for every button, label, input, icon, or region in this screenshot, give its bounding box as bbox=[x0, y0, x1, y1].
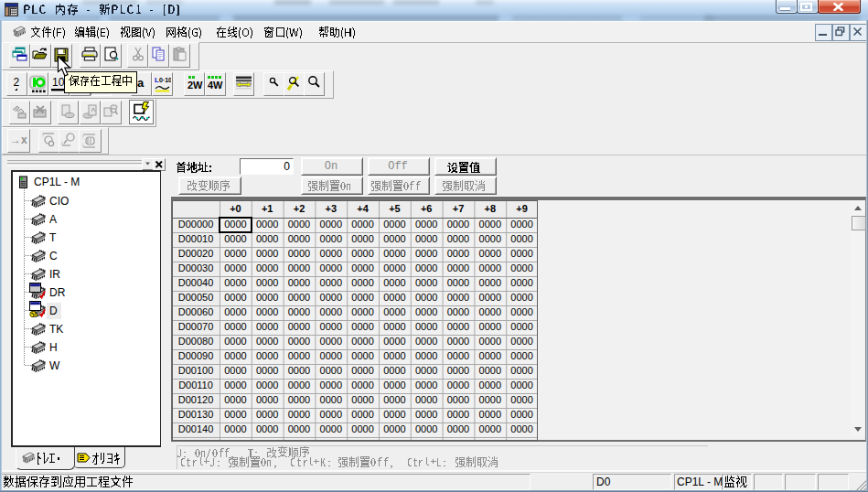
svg-text:2W: 2W bbox=[188, 80, 203, 91]
svg-text:↑: ↑ bbox=[41, 132, 45, 138]
svg-text:↑: ↑ bbox=[81, 134, 85, 140]
svg-text:4W: 4W bbox=[208, 80, 223, 91]
svg-text:↓: ↓ bbox=[81, 141, 85, 147]
svg-text:0·10: 0·10 bbox=[159, 77, 171, 83]
svg-text:↓: ↓ bbox=[60, 139, 64, 145]
svg-text:2: 2 bbox=[14, 76, 20, 89]
